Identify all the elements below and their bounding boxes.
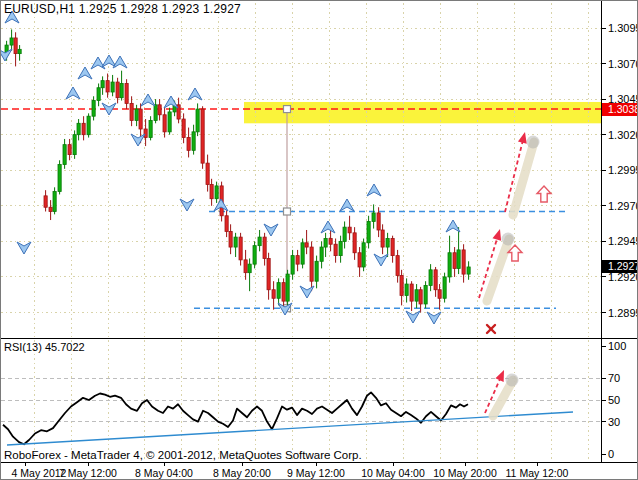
date-tick-label: 10 May 04:00 bbox=[357, 467, 429, 479]
target-zone-rectangle bbox=[244, 102, 601, 123]
fractal-up-icon bbox=[367, 184, 381, 196]
fractal-up-icon bbox=[78, 67, 92, 79]
candle-body bbox=[210, 184, 213, 198]
candle-body bbox=[77, 123, 80, 134]
candle-body bbox=[367, 221, 370, 242]
rsi-scale-label: 100 bbox=[608, 340, 626, 352]
fractal-up-icon bbox=[91, 57, 105, 69]
arrow-glow-trail bbox=[487, 239, 509, 301]
candle-body bbox=[18, 49, 21, 53]
resistance-price-tag: 1.3038 bbox=[602, 103, 638, 116]
candlestick-chart-canvas[interactable] bbox=[1, 1, 638, 480]
fractal-up-icon bbox=[188, 88, 202, 100]
candle-body bbox=[135, 109, 138, 120]
rsi-scale-label: 30 bbox=[608, 416, 620, 428]
candle-body bbox=[315, 261, 318, 281]
fractal-down-icon bbox=[180, 199, 194, 211]
candle-body bbox=[120, 83, 123, 97]
candle-body bbox=[196, 109, 199, 132]
fractal-up-icon bbox=[340, 199, 354, 211]
fractal-up-icon bbox=[446, 220, 460, 232]
candle-body bbox=[258, 237, 261, 246]
candle-body bbox=[111, 82, 114, 92]
candle-body bbox=[362, 243, 365, 267]
candle-body bbox=[92, 101, 95, 117]
candle-body bbox=[386, 239, 389, 248]
candle-body bbox=[225, 216, 228, 232]
candle-body bbox=[310, 247, 313, 281]
candle-body bbox=[154, 105, 157, 121]
rsi-scale-label: 70 bbox=[608, 372, 620, 384]
fractal-down-icon bbox=[406, 311, 420, 323]
price-tick-label: 1.2995 bbox=[608, 164, 638, 176]
candle-body bbox=[462, 250, 465, 274]
candle-body bbox=[187, 138, 190, 151]
candle-body bbox=[44, 196, 47, 207]
candle-body bbox=[443, 277, 446, 298]
fractal-down-icon bbox=[17, 242, 31, 254]
projection-arrow-head bbox=[495, 370, 504, 382]
fractal-up-icon bbox=[321, 221, 335, 233]
candle-body bbox=[106, 81, 109, 92]
hollow-up-arrow-icon bbox=[537, 186, 551, 202]
candle-body bbox=[158, 105, 161, 115]
candle-body bbox=[263, 237, 266, 258]
candle-body bbox=[201, 109, 204, 163]
candle-body bbox=[163, 115, 166, 132]
chart-title: EURUSD,H1 1.2925 1.2928 1.2923 1.2927 bbox=[4, 3, 241, 15]
candle-body bbox=[381, 230, 384, 247]
candle-body bbox=[244, 260, 247, 273]
fractal-up-icon bbox=[66, 87, 80, 99]
candle-body bbox=[87, 116, 90, 134]
candle-body bbox=[334, 244, 337, 255]
candle-body bbox=[53, 192, 56, 212]
candle-body bbox=[215, 186, 218, 199]
candle-body bbox=[139, 109, 142, 129]
date-tick-label: 10 May 20:00 bbox=[429, 467, 501, 479]
candle-body bbox=[415, 290, 418, 301]
candle-body bbox=[372, 213, 375, 222]
line-anchor-handle[interactable] bbox=[284, 208, 291, 215]
candle-body bbox=[457, 250, 460, 268]
candle-body bbox=[248, 264, 251, 273]
candle-body bbox=[291, 256, 294, 274]
candle-body bbox=[419, 290, 422, 304]
candle-body bbox=[377, 213, 380, 230]
candle-body bbox=[192, 132, 195, 150]
price-tick-label: 1.2970 bbox=[608, 200, 638, 212]
candle-body bbox=[329, 239, 332, 245]
fractal-up-icon bbox=[164, 96, 178, 108]
candle-body bbox=[448, 253, 451, 277]
candle-body bbox=[253, 246, 256, 264]
candle-body bbox=[410, 284, 413, 301]
candle-body bbox=[82, 123, 85, 134]
date-tick-label: 8 May 20:00 bbox=[206, 467, 278, 479]
candle-body bbox=[467, 267, 470, 274]
candle-body bbox=[168, 112, 171, 132]
candle-body bbox=[234, 237, 237, 247]
line-anchor-handle[interactable] bbox=[284, 106, 291, 113]
candle-body bbox=[429, 270, 432, 286]
price-tick-label: 1.3070 bbox=[608, 58, 638, 70]
arrow-glow-trail bbox=[513, 142, 534, 215]
chart-window[interactable]: 1.30951.30701.30451.30201.29951.29701.29… bbox=[0, 0, 638, 480]
candle-body bbox=[206, 163, 209, 184]
fractal-up-icon bbox=[141, 94, 155, 106]
fractal-up-icon bbox=[102, 55, 116, 67]
rsi-indicator-caption: RSI(13) 45.7022 bbox=[4, 341, 85, 353]
candle-body bbox=[434, 270, 437, 290]
projection-arrow-head bbox=[518, 132, 527, 144]
candle-body bbox=[405, 284, 408, 295]
arrow-glow-smudge bbox=[506, 374, 519, 387]
candle-body bbox=[339, 241, 342, 255]
candle-body bbox=[296, 256, 299, 265]
candle-body bbox=[277, 283, 280, 299]
candle-body bbox=[267, 258, 270, 289]
candle-body bbox=[305, 243, 308, 247]
price-tick-label: 1.2895 bbox=[608, 307, 638, 319]
date-tick-label: 8 May 04:00 bbox=[128, 467, 200, 479]
candle-body bbox=[320, 247, 323, 261]
candle-body bbox=[14, 38, 17, 54]
projection-arrow-head bbox=[492, 229, 501, 241]
candle-body bbox=[68, 145, 71, 155]
